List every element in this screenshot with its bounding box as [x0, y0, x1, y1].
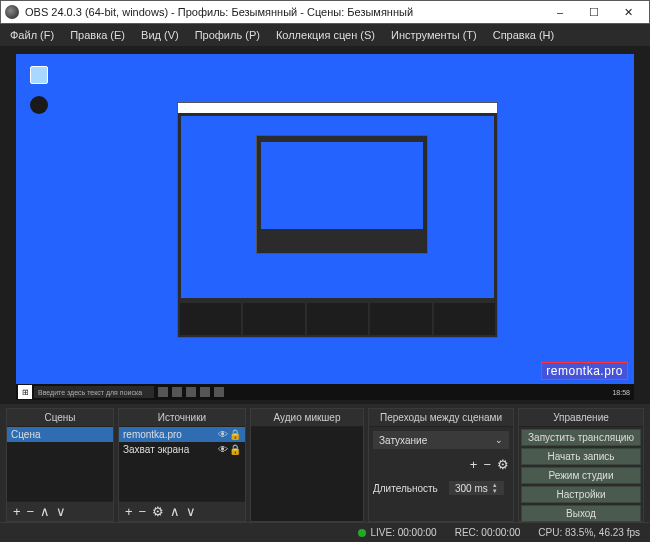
duration-label: Длительность: [373, 483, 441, 494]
duration-spinner[interactable]: ▲ ▼: [492, 482, 498, 494]
menubar: Файл (F) Правка (E) Вид (V) Профиль (P) …: [0, 24, 650, 46]
status-live: LIVE: 00:00:00: [358, 527, 436, 538]
source-item-label: remontka.pro: [123, 429, 217, 440]
remove-transition-button[interactable]: −: [483, 457, 491, 472]
add-transition-button[interactable]: +: [470, 457, 478, 472]
controls-title: Управление: [519, 409, 643, 427]
visibility-toggle-icon[interactable]: 👁: [217, 429, 229, 440]
sources-list[interactable]: remontka.pro 👁 🔒 Захват экрана 👁 🔒: [119, 427, 245, 501]
audio-mixer-title: Аудио микшер: [251, 409, 363, 427]
source-down-button[interactable]: ∨: [186, 505, 196, 518]
scene-down-button[interactable]: ∨: [56, 505, 66, 518]
scenes-list[interactable]: Сцена: [7, 427, 113, 501]
menu-tools[interactable]: Инструменты (T): [383, 26, 485, 44]
audio-mixer-panel: Аудио микшер: [250, 408, 364, 522]
captured-taskbar: ⊞ Введите здесь текст для поиска 18:58: [16, 384, 634, 400]
desktop-icon: [30, 66, 48, 84]
taskbar-icon: [186, 387, 196, 397]
menu-profile[interactable]: Профиль (P): [187, 26, 268, 44]
source-up-button[interactable]: ∧: [170, 505, 180, 518]
sources-panel: Источники remontka.pro 👁 🔒 Захват экрана…: [118, 408, 246, 522]
add-scene-button[interactable]: +: [13, 505, 21, 518]
transition-select[interactable]: Затухание ⌄: [373, 431, 509, 449]
transitions-title: Переходы между сценами: [369, 409, 513, 427]
exit-button[interactable]: Выход: [521, 505, 641, 522]
sources-toolbar: + − ⚙ ∧ ∨: [119, 501, 245, 521]
taskbar-clock: 18:58: [612, 389, 634, 396]
source-item[interactable]: remontka.pro 👁 🔒: [119, 427, 245, 442]
preview-area[interactable]: remontka.pro ⊞ Введите здесь текст для п…: [0, 46, 650, 404]
transitions-panel: Переходы между сценами Затухание ⌄ + − ⚙…: [368, 408, 514, 522]
watermark-overlay: remontka.pro: [541, 362, 628, 380]
minimize-button[interactable]: –: [543, 1, 577, 23]
duration-input[interactable]: 300 ms ▲ ▼: [449, 481, 504, 495]
status-rec: REC: 00:00:00: [455, 527, 521, 538]
transitions-body: Затухание ⌄ + − ⚙ Длительность 300 ms ▲ …: [369, 427, 513, 501]
scenes-panel: Сцены Сцена + − ∧ ∨: [6, 408, 114, 522]
controls-body: Запустить трансляцию Начать запись Режим…: [519, 427, 643, 524]
taskbar-icon: [200, 387, 210, 397]
menu-file[interactable]: Файл (F): [2, 26, 62, 44]
taskbar-search: Введите здесь текст для поиска: [34, 386, 154, 398]
maximize-button[interactable]: ☐: [577, 1, 611, 23]
lock-toggle-icon[interactable]: 🔒: [229, 429, 241, 440]
docks-row: Сцены Сцена + − ∧ ∨ Источники remontka.p…: [0, 404, 650, 522]
source-settings-button[interactable]: ⚙: [152, 505, 164, 518]
desktop-icon: [30, 96, 48, 114]
titlebar: OBS 24.0.3 (64-bit, windows) - Профиль: …: [0, 0, 650, 24]
lock-toggle-icon[interactable]: 🔒: [229, 444, 241, 455]
nested-obs-window: [177, 102, 498, 337]
window-title: OBS 24.0.3 (64-bit, windows) - Профиль: …: [25, 6, 543, 18]
start-icon: ⊞: [18, 385, 32, 399]
add-source-button[interactable]: +: [125, 505, 133, 518]
taskbar-icon: [214, 387, 224, 397]
taskbar-icon: [172, 387, 182, 397]
menu-scene-collection[interactable]: Коллекция сцен (S): [268, 26, 383, 44]
duration-value: 300 ms: [455, 483, 488, 494]
transition-settings-button[interactable]: ⚙: [497, 457, 509, 472]
chevron-down-icon: ⌄: [495, 435, 503, 445]
app-icon: [5, 5, 19, 19]
scene-up-button[interactable]: ∧: [40, 505, 50, 518]
status-cpu: CPU: 83.5%, 46.23 fps: [538, 527, 640, 538]
status-bar: LIVE: 00:00:00 REC: 00:00:00 CPU: 83.5%,…: [0, 522, 650, 542]
source-item-label: Захват экрана: [123, 444, 217, 455]
scene-item[interactable]: Сцена: [7, 427, 113, 442]
menu-help[interactable]: Справка (H): [485, 26, 562, 44]
menu-view[interactable]: Вид (V): [133, 26, 187, 44]
remove-scene-button[interactable]: −: [27, 505, 35, 518]
sources-panel-title: Источники: [119, 409, 245, 427]
captured-screen: remontka.pro ⊞ Введите здесь текст для п…: [16, 54, 634, 400]
close-button[interactable]: ✕: [611, 1, 645, 23]
taskbar-icon: [158, 387, 168, 397]
controls-panel: Управление Запустить трансляцию Начать з…: [518, 408, 644, 522]
scenes-toolbar: + − ∧ ∨: [7, 501, 113, 521]
spin-down-icon[interactable]: ▼: [492, 488, 498, 494]
visibility-toggle-icon[interactable]: 👁: [217, 444, 229, 455]
source-item[interactable]: Захват экрана 👁 🔒: [119, 442, 245, 457]
start-recording-button[interactable]: Начать запись: [521, 448, 641, 465]
remove-source-button[interactable]: −: [139, 505, 147, 518]
studio-mode-button[interactable]: Режим студии: [521, 467, 641, 484]
menu-edit[interactable]: Правка (E): [62, 26, 133, 44]
settings-button[interactable]: Настройки: [521, 486, 641, 503]
transition-selected-label: Затухание: [379, 435, 427, 446]
scenes-panel-title: Сцены: [7, 409, 113, 427]
audio-mixer-body[interactable]: [251, 427, 363, 521]
start-streaming-button[interactable]: Запустить трансляцию: [521, 429, 641, 446]
scene-item-label: Сцена: [11, 429, 109, 440]
